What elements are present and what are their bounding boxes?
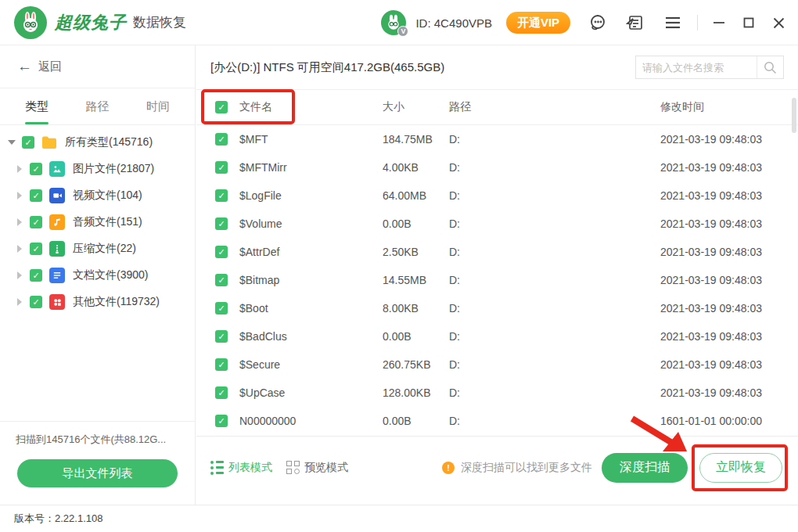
cell-mtime: 2021-03-19 09:48:03: [660, 386, 798, 399]
cell-mtime: 2021-03-19 09:48:03: [660, 246, 798, 258]
brand-name: 超级兔子: [55, 11, 127, 34]
table-scrollbar[interactable]: [792, 98, 796, 133]
minimize-button[interactable]: [710, 14, 728, 31]
tree-checkbox[interactable]: ✓: [30, 269, 42, 282]
cell-filename: $MFT: [239, 133, 383, 146]
chevron-right-icon[interactable]: [14, 192, 25, 200]
tree-item-zip[interactable]: ✓压缩文件(22): [0, 235, 195, 262]
footer: 版本号：2.22.1.108: [0, 505, 798, 532]
column-header-path[interactable]: 路径: [449, 100, 660, 114]
tree-checkbox[interactable]: ✓: [30, 243, 42, 255]
brand-subtitle: 数据恢复: [133, 13, 186, 31]
tree-checkbox[interactable]: ✓: [30, 189, 42, 202]
close-button[interactable]: [770, 14, 787, 31]
table-row[interactable]: ✓$AttrDef2.50KBD:2021-03-19 09:48:03: [196, 238, 798, 266]
recover-now-button[interactable]: 立即恢复: [699, 453, 782, 483]
row-checkbox[interactable]: ✓: [215, 189, 228, 202]
cell-filename: $UpCase: [239, 386, 383, 399]
row-checkbox[interactable]: ✓: [215, 330, 228, 343]
table-row[interactable]: ✓$Secure260.75KBD:2021-03-19 09:48:03: [196, 350, 798, 379]
deep-scan-button[interactable]: 深度扫描: [602, 453, 688, 483]
tree-item-video[interactable]: ✓视频文件(104): [0, 182, 195, 209]
chevron-down-icon[interactable]: [6, 140, 17, 145]
row-checkbox[interactable]: ✓: [215, 161, 228, 174]
feedback-icon[interactable]: [625, 13, 645, 33]
customer-service-icon[interactable]: [588, 13, 608, 33]
table-row[interactable]: ✓$Boot8.00KBD:2021-03-19 09:48:03: [196, 294, 798, 322]
tree-checkbox[interactable]: ✓: [30, 216, 42, 228]
search-input[interactable]: [636, 62, 757, 74]
list-mode-label: 列表模式: [228, 461, 272, 475]
row-checkbox[interactable]: ✓: [215, 386, 228, 399]
cell-filename: $Bitmap: [239, 274, 383, 286]
table-row[interactable]: ✓$MFT184.75MBD:2021-03-19 09:48:03: [196, 125, 798, 153]
table-row[interactable]: ✓$Bitmap14.55MBD:2021-03-19 09:48:03: [196, 266, 798, 294]
maximize-button[interactable]: [740, 14, 757, 31]
chevron-right-icon[interactable]: [14, 271, 25, 279]
table-row[interactable]: ✓$UpCase128.00KBD:2021-03-19 09:48:03: [196, 379, 798, 407]
tree-item-audio[interactable]: ✓音频文件(151): [0, 209, 195, 235]
back-button[interactable]: ← 返回: [0, 45, 195, 88]
tree-checkbox[interactable]: ✓: [22, 136, 34, 149]
cell-mtime: 2021-03-19 09:48:03: [660, 161, 798, 174]
row-checkbox[interactable]: ✓: [215, 415, 228, 427]
table-header: ✓ 文件名 大小 路径 修改时间: [196, 90, 798, 125]
preview-mode-toggle[interactable]: 预览模式: [272, 461, 348, 475]
list-mode-toggle[interactable]: 列表模式: [210, 461, 272, 475]
chevron-right-icon[interactable]: [14, 165, 25, 173]
cell-mtime: 2021-03-19 09:48:03: [660, 217, 798, 230]
version-label: 版本号：2.22.1.108: [14, 512, 102, 526]
cell-filename: $LogFile: [239, 189, 383, 202]
column-header-filename[interactable]: 文件名: [239, 100, 383, 114]
tree-checkbox[interactable]: ✓: [30, 163, 42, 175]
chevron-right-icon[interactable]: [14, 298, 25, 306]
cell-path: D:: [449, 161, 660, 174]
column-header-size[interactable]: 大小: [383, 100, 449, 114]
open-vip-button[interactable]: 开通VIP: [506, 12, 570, 34]
cell-size: 184.75MB: [383, 133, 449, 146]
export-file-list-button[interactable]: 导出文件列表: [17, 459, 178, 487]
table-row[interactable]: ✓N000000000.00BD:1601-01-01 00:00:00: [196, 407, 798, 435]
row-checkbox[interactable]: ✓: [215, 217, 228, 230]
table-row[interactable]: ✓$BadClus0.00BD:2021-03-19 09:48:03: [196, 322, 798, 350]
user-avatar[interactable]: V: [381, 10, 406, 35]
tree-item-label: 视频文件(104): [73, 189, 142, 203]
other-file-type-icon: [49, 294, 65, 310]
tab-time[interactable]: 时间: [146, 88, 170, 124]
cell-size: 8.00KB: [383, 302, 449, 315]
tree-item-label: 文档文件(3900): [73, 268, 148, 282]
cell-size: 0.00B: [383, 415, 449, 427]
tree-checkbox[interactable]: ✓: [30, 296, 42, 308]
tree-item-other[interactable]: ✓其他文件(119732): [0, 289, 195, 315]
cell-mtime: 2021-03-19 09:48:03: [660, 274, 798, 286]
table-row[interactable]: ✓$MFTMirr4.00KBD:2021-03-19 09:48:03: [196, 153, 798, 182]
row-checkbox[interactable]: ✓: [215, 133, 228, 146]
cell-path: D:: [449, 302, 660, 315]
table-row[interactable]: ✓$Volume0.00BD:2021-03-19 09:48:03: [196, 210, 798, 238]
select-all-checkbox[interactable]: ✓: [215, 101, 228, 113]
chevron-right-icon[interactable]: [14, 218, 25, 226]
row-checkbox[interactable]: ✓: [215, 358, 228, 371]
table-row[interactable]: ✓$LogFile64.00MBD:2021-03-19 09:48:03: [196, 182, 798, 210]
tree-item-all[interactable]: ✓所有类型(145716): [0, 129, 195, 156]
user-id: ID: 4C490VPB: [415, 16, 492, 30]
tab-type[interactable]: 类型: [25, 88, 49, 124]
tree-item-label: 所有类型(145716): [65, 135, 153, 149]
row-checkbox[interactable]: ✓: [215, 274, 228, 286]
column-header-mtime[interactable]: 修改时间: [660, 100, 798, 114]
cell-size: 128.00KB: [383, 386, 449, 399]
cell-mtime: 1601-01-01 00:00:00: [660, 415, 798, 427]
cell-path: D:: [449, 330, 660, 343]
bottom-action-bar: 列表模式 预览模式 ! 深度扫描可以找到更多文件 深度扫描 立即恢复: [196, 436, 798, 505]
row-checkbox[interactable]: ✓: [215, 246, 228, 258]
tree-item-doc[interactable]: ✓文档文件(3900): [0, 262, 195, 289]
sidebar: ← 返回 类型 路径 时间 ✓所有类型(145716)✓图片文件(21807)✓…: [0, 45, 196, 505]
menu-icon[interactable]: [663, 13, 683, 33]
vip-level-badge: V: [397, 26, 408, 37]
chevron-right-icon[interactable]: [14, 245, 25, 253]
tab-path[interactable]: 路径: [86, 88, 110, 124]
cell-filename: $MFTMirr: [239, 161, 383, 174]
row-checkbox[interactable]: ✓: [215, 302, 228, 315]
tree-item-image[interactable]: ✓图片文件(21807): [0, 156, 195, 182]
search-button[interactable]: [757, 56, 783, 78]
